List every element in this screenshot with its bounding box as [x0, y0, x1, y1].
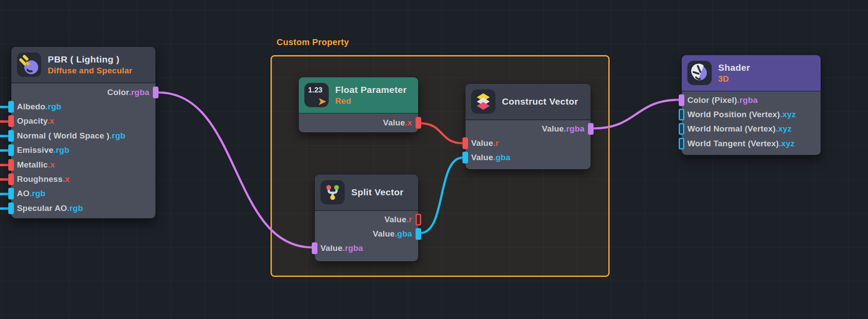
construct-vector-icon [471, 89, 495, 114]
port-pbr-normal[interactable]: Normal ( World Space ).rgb [11, 128, 155, 143]
pbr-lighting-icon [17, 53, 41, 77]
port-chip-rgba[interactable] [153, 86, 158, 98]
port-chip-rgba[interactable] [588, 123, 594, 135]
port-chip-x[interactable] [8, 174, 14, 185]
node-header[interactable]: 1.23 ➤ Float Parameter Red [299, 77, 418, 114]
port-chip-x[interactable] [8, 115, 14, 127]
port-chip-xyz[interactable] [679, 123, 684, 135]
port-shader-color-pixel[interactable]: Color (Pixel).rgba [682, 93, 821, 107]
group-label: Custom Property [277, 37, 349, 47]
port-chip-x[interactable] [416, 214, 421, 225]
node-subtitle: Diffuse and Specular [48, 66, 132, 76]
port-chip-x[interactable] [416, 117, 421, 128]
port-chip-x[interactable] [462, 138, 468, 149]
port-split-value-r[interactable]: Value.r [315, 212, 418, 227]
port-chip-rgb[interactable] [8, 202, 14, 214]
port-chip-xyz[interactable] [679, 109, 684, 121]
node-title: Construct Vector [502, 96, 578, 107]
node-split-vector[interactable]: Split Vector Value.r Value.gba Value.rgb… [315, 174, 418, 261]
port-chip-rgb[interactable] [8, 101, 14, 113]
node-header[interactable]: Shader 3D [682, 55, 821, 92]
port-construct-value-gba[interactable]: Value.gba [465, 151, 591, 165]
port-pbr-emissive[interactable]: Emissive.rgb [11, 143, 155, 158]
port-pbr-ao[interactable]: AO.rgb [11, 187, 155, 201]
node-header[interactable]: Split Vector [315, 174, 418, 211]
port-chip-rgb[interactable] [8, 145, 14, 156]
shader-sphere-icon [687, 61, 712, 85]
node-subtitle: 3D [718, 74, 750, 84]
port-chip-rgb[interactable] [8, 188, 14, 200]
port-chip-x[interactable] [8, 159, 14, 171]
port-pbr-color-rgba[interactable]: Color.rgba [11, 85, 155, 99]
port-chip-rgb[interactable] [8, 130, 14, 141]
port-construct-value-r[interactable]: Value.r [465, 136, 591, 150]
port-chip-rgba[interactable] [679, 94, 684, 106]
node-pbr-lighting[interactable]: PBR ( Lighting ) Diffuse and Specular Co… [11, 47, 155, 218]
split-vector-icon [320, 180, 345, 204]
port-shader-world-tangent[interactable]: World Tangent (Vertex).xyz [682, 136, 821, 151]
node-title: Shader [718, 62, 750, 73]
port-split-value-gba[interactable]: Value.gba [315, 227, 418, 241]
port-pbr-roughness[interactable]: Roughness.x [11, 172, 155, 186]
node-shader[interactable]: Shader 3D Color (Pixel).rgba World Posit… [682, 55, 821, 155]
port-pbr-specular-ao[interactable]: Specular AO.rgb [11, 201, 155, 215]
node-graph-canvas[interactable]: Custom Property [0, 0, 868, 319]
float-parameter-icon: 1.23 ➤ [304, 83, 329, 107]
arrow-icon: ➤ [318, 97, 326, 106]
port-construct-value-rgba[interactable]: Value.rgba [465, 122, 591, 136]
port-split-value-rgba[interactable]: Value.rgba [315, 241, 418, 256]
port-chip-rgba[interactable] [312, 243, 317, 254]
port-pbr-albedo[interactable]: Albedo.rgb [11, 99, 155, 114]
port-shader-world-normal[interactable]: World Normal (Vertex).xyz [682, 122, 821, 136]
port-pbr-metallic[interactable]: Metallic.x [11, 158, 155, 172]
node-title: Split Vector [351, 187, 403, 197]
node-header[interactable]: Construct Vector [465, 84, 591, 120]
port-chip-xyz[interactable] [679, 138, 684, 149]
node-header[interactable]: PBR ( Lighting ) Diffuse and Specular [11, 47, 155, 83]
node-float-parameter[interactable]: 1.23 ➤ Float Parameter Red Value.x [299, 77, 418, 132]
port-chip-rgb[interactable] [462, 152, 468, 164]
node-title: Float Parameter [335, 85, 407, 95]
port-pbr-opacity[interactable]: Opacity.x [11, 114, 155, 128]
node-construct-vector[interactable]: Construct Vector Value.rgba Value.r Valu… [465, 84, 591, 169]
node-title: PBR ( Lighting ) [48, 54, 132, 65]
port-chip-rgb[interactable] [416, 228, 421, 240]
node-subtitle: Red [335, 96, 407, 106]
port-float-value-x[interactable]: Value.x [299, 115, 418, 130]
port-shader-world-position[interactable]: World Position (Vertex).xyz [682, 107, 821, 122]
